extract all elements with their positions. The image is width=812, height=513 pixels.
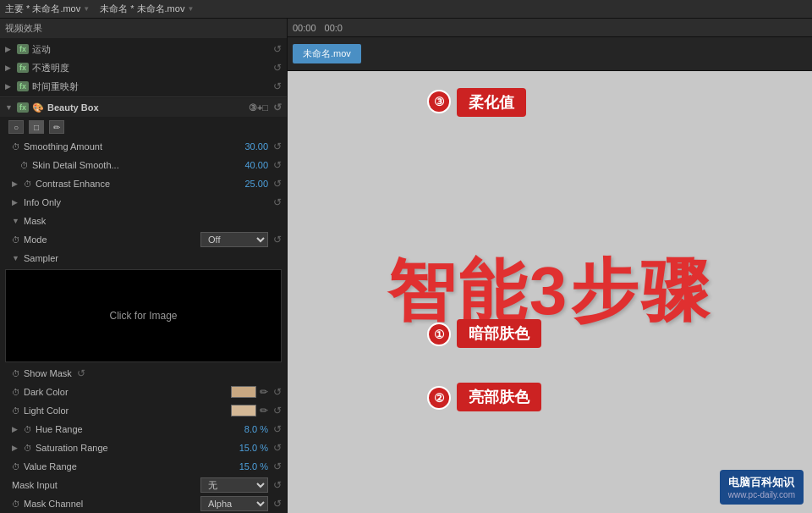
reset-contrast[interactable]: ↺ <box>273 178 282 190</box>
sampler-preview[interactable]: Click for Image <box>5 269 282 362</box>
param-mask[interactable]: ▼ Mask <box>0 212 287 230</box>
beauty-box-header[interactable]: ▼ fx 🎨 Beauty Box ③+□ ↺ <box>0 98 287 117</box>
param-mask-label: Mask <box>24 216 282 226</box>
beauty-box-num: ③+□ <box>249 102 268 113</box>
mode-label: Mode <box>24 234 197 245</box>
right-panel: 00:00 00:0 未命名.mov 柔化值 ③ 智能3步骤 暗部肤色 ① <box>288 19 812 513</box>
reset-maskchannel[interactable]: ↺ <box>273 498 282 510</box>
reset-valuerange[interactable]: ↺ <box>273 461 282 472</box>
beauty-icon-square[interactable]: □ <box>29 120 44 134</box>
beauty-box-icon: 🎨 <box>32 102 44 113</box>
main-layout: 视频效果 ▶ fx 运动 ↺ ▶ fx 不透明度 ↺ ▶ fx 时间重映射 <box>0 19 812 513</box>
param-skindetail-value[interactable]: 40.00 <box>234 160 268 170</box>
param-huerange-label: Hue Range <box>36 424 231 434</box>
param-contrast[interactable]: ▶ ⏱ Contrast Enhance 25.00 ↺ <box>0 174 287 193</box>
fx-badge-timeremap: fx <box>17 81 29 91</box>
expand-arrow-timeremap: ▶ <box>5 82 14 91</box>
show-mask-row[interactable]: ⏱ Show Mask ↺ <box>0 364 287 383</box>
stopwatch-mode: ⏱ <box>12 235 20 245</box>
param-skindetail[interactable]: ⏱ Skin Detail Smooth... 40.00 ↺ <box>0 156 287 174</box>
reset-showmask[interactable]: ↺ <box>77 367 85 379</box>
dark-color-row[interactable]: ⏱ Dark Color ✏ ↺ <box>0 383 287 401</box>
fx-badge-beauty: fx <box>17 102 29 113</box>
effects-list[interactable]: ▶ fx 运动 ↺ ▶ fx 不透明度 ↺ ▶ fx 时间重映射 ↺ <box>0 38 287 513</box>
reset-infoonly[interactable]: ↺ <box>273 196 282 208</box>
reset-huerange[interactable]: ↺ <box>273 423 282 435</box>
light-color-eyedropper[interactable]: ✏ <box>260 405 268 416</box>
timeline-header: 00:00 00:0 <box>288 19 812 37</box>
effect-name-opacity: 不透明度 <box>32 62 268 74</box>
param-huerange[interactable]: ▶ ⏱ Hue Range 8.0 % ↺ <box>0 420 287 439</box>
dark-color-swatch[interactable] <box>231 386 256 398</box>
maskchannel-label: Mask Channel <box>24 499 197 509</box>
tab-unnamed-label: 未命名 * 未命名.mov <box>100 3 184 15</box>
light-color-swatch[interactable] <box>231 405 256 416</box>
reset-mode[interactable]: ↺ <box>273 234 282 245</box>
timeline-content: 未命名.mov <box>288 37 812 71</box>
maskinput-dropdown[interactable]: 无 <box>200 477 268 493</box>
reset-skindetail[interactable]: ↺ <box>273 159 282 171</box>
reset-darkcolor[interactable]: ↺ <box>273 386 282 398</box>
left-panel: 视频效果 ▶ fx 运动 ↺ ▶ fx 不透明度 ↺ ▶ fx 时间重映射 <box>0 19 288 513</box>
beauty-box-label: Beauty Box <box>47 102 99 113</box>
reset-motion[interactable]: ↺ <box>273 43 282 55</box>
fx-badge-motion: fx <box>17 44 29 54</box>
big-text-area: 柔化值 ③ 智能3步骤 暗部肤色 ① 亮部肤色 ② 电脑百科 <box>288 71 812 513</box>
param-contrast-label: Contrast Enhance <box>36 179 231 189</box>
reset-opacity[interactable]: ↺ <box>273 62 282 74</box>
show-mask-label: Show Mask <box>24 368 72 378</box>
beauty-icon-circle[interactable]: ○ <box>8 120 24 134</box>
effect-row-timeremap[interactable]: ▶ fx 时间重映射 ↺ <box>0 77 287 96</box>
annotation-circle-3: ③ <box>427 90 451 113</box>
tab-unnamed[interactable]: 未命名 * 未命名.mov ▼ <box>100 3 194 15</box>
beauty-box-icons-row: ○ □ ✏ <box>0 117 287 137</box>
param-valuerange[interactable]: ⏱ Value Range 15.0 % ↺ <box>0 457 287 476</box>
reset-timeremap[interactable]: ↺ <box>273 80 282 92</box>
annotation-label-soft: 柔化值 <box>457 88 526 117</box>
tab-unnamed-arrow: ▼ <box>187 5 194 13</box>
divider1 <box>0 97 287 97</box>
param-smoothing-value[interactable]: 30.00 <box>234 141 268 152</box>
annotation-circle-2: ② <box>427 386 451 410</box>
bottom-logo: 电脑百科知识 www.pc-daily.com <box>720 470 804 505</box>
tab-main[interactable]: 主要 * 未命名.mov ▼ <box>5 3 90 15</box>
reset-maskinput[interactable]: ↺ <box>273 479 282 491</box>
param-valuerange-value[interactable]: 15.0 % <box>234 461 268 472</box>
param-satrange[interactable]: ▶ ⏱ Saturation Range 15.0 % ↺ <box>0 439 287 457</box>
stopwatch-contrast: ⏱ <box>24 179 32 189</box>
dark-color-label: Dark Color <box>24 387 228 397</box>
click-for-image-text: Click for Image <box>109 310 177 322</box>
timeline-time2: 00:0 <box>325 23 343 33</box>
dark-color-eyedropper[interactable]: ✏ <box>260 386 268 398</box>
clip-label[interactable]: 未命名.mov <box>293 44 361 63</box>
maskchannel-row: ⏱ Mask Channel Alpha ↺ <box>0 494 287 513</box>
stopwatch-maskchannel: ⏱ <box>12 499 20 509</box>
panel-header: 视频效果 <box>0 19 287 38</box>
maskchannel-dropdown[interactable]: Alpha <box>200 496 268 511</box>
param-satrange-label: Saturation Range <box>36 443 231 453</box>
param-infoonly-label: Info Only <box>24 197 268 207</box>
reset-satrange[interactable]: ↺ <box>273 442 282 454</box>
mode-dropdown[interactable]: Off On Solo <box>200 232 268 247</box>
stopwatch-lightcolor: ⏱ <box>12 406 20 416</box>
reset-smoothing[interactable]: ↺ <box>273 141 282 152</box>
effect-row-motion[interactable]: ▶ fx 运动 ↺ <box>0 40 287 58</box>
sampler-label-row: ▼ Sampler <box>0 249 287 268</box>
param-huerange-value[interactable]: 8.0 % <box>234 424 268 434</box>
param-smoothing[interactable]: ⏱ Smoothing Amount 30.00 ↺ <box>0 137 287 156</box>
light-color-row[interactable]: ⏱ Light Color ✏ ↺ <box>0 401 287 420</box>
beauty-icon-pen[interactable]: ✏ <box>49 120 64 134</box>
reset-beauty[interactable]: ↺ <box>273 102 282 113</box>
effect-row-opacity[interactable]: ▶ fx 不透明度 ↺ <box>0 58 287 77</box>
param-infoonly[interactable]: ▶ Info Only ↺ <box>0 193 287 212</box>
stopwatch-valuerange: ⏱ <box>12 462 20 472</box>
param-contrast-value[interactable]: 25.00 <box>234 179 268 189</box>
param-skindetail-label: Skin Detail Smooth... <box>32 160 231 170</box>
stopwatch-huerange: ⏱ <box>24 425 32 434</box>
param-satrange-value[interactable]: 15.0 % <box>234 443 268 453</box>
stopwatch-satrange: ⏱ <box>24 444 32 453</box>
stopwatch-smoothing: ⏱ <box>12 142 20 152</box>
maskinput-label: Mask Input <box>12 480 197 490</box>
reset-lightcolor[interactable]: ↺ <box>273 405 282 416</box>
annotation-circle-1: ① <box>427 323 451 346</box>
